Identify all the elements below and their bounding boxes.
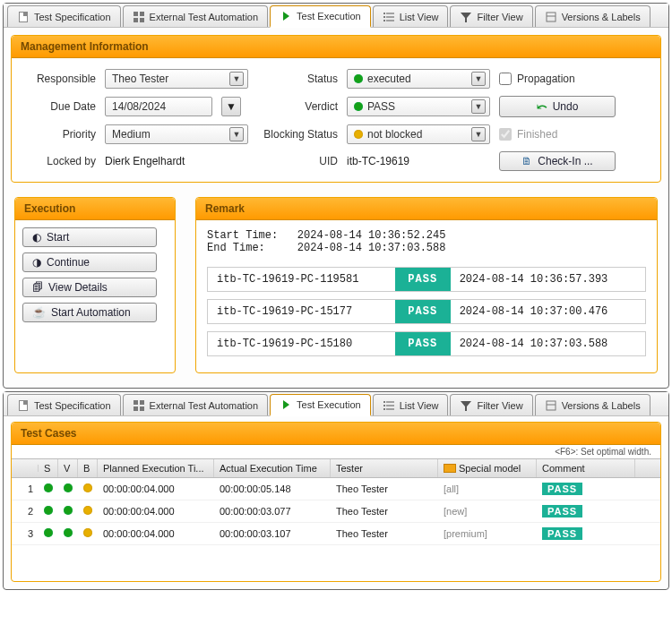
automation-icon: ☕ [32,306,46,319]
tab-external-test-automation[interactable]: External Test Automation [123,394,268,415]
col-comment[interactable]: Comment [537,459,635,477]
pass-badge: PASS [542,505,582,518]
svg-rect-2 [134,18,138,22]
label-verdict: Verdict [257,100,338,113]
col-tester[interactable]: Tester [331,459,438,477]
verdict-select[interactable]: PASS ▼ [347,97,490,116]
cell-v [58,524,78,543]
col-b[interactable]: B [78,459,98,477]
details-icon: 🗐 [32,281,43,294]
uid-value: itb-TC-19619 [347,155,490,167]
exec-remark-row: Execution ◐ Start ◑ Continue 🗐 View Deta… [4,190,668,388]
cell-b [78,501,98,521]
bottom-tabbar: Test Specification External Test Automat… [4,392,668,416]
svg-marker-10 [461,13,471,22]
svg-rect-13 [134,400,138,405]
cell-planned: 00:00:00:04.000 [98,501,214,521]
cell-planned: 00:00:00:04.000 [98,524,214,543]
cell-actual: 00:00:00:03.107 [214,524,331,543]
remark-row: itb-TC-19619-PC-15177 PASS 2024-08-14 10… [207,299,646,324]
testcases-section: Test Cases <F6>: Set optimal width. S V … [11,422,661,582]
grid-icon [133,11,145,23]
tab-label: Test Execution [297,399,361,410]
tab-test-specification[interactable]: Test Specification [7,5,121,27]
remark-entry-ts: 2024-08-14 10:37:00.476 [451,299,646,324]
chevron-down-icon: ▼ [229,127,244,141]
remark-row: itb-TC-19619-PC-15180 PASS 2024-08-14 10… [207,331,646,356]
tab-filter-view[interactable]: Filter View [450,394,532,415]
col-index[interactable] [12,465,39,472]
priority-select[interactable]: Medium ▼ [105,124,248,144]
status-dot-icon [83,506,92,515]
label-priority: Priority [24,128,96,141]
svg-point-20 [383,401,385,403]
priority-value: Medium [109,128,229,141]
cell-comment: PASS [537,500,635,522]
verdict-value: PASS [351,100,471,113]
propagation-checkbox[interactable]: Propagation [499,73,651,85]
label-responsible: Responsible [24,73,96,85]
start-icon: ◐ [32,231,41,244]
cell-b [78,524,98,543]
finished-box [499,128,512,141]
remark-entry-id: itb-TC-19619-PC-15180 [207,331,395,356]
status-dot-icon [64,483,73,492]
tab-test-execution[interactable]: Test Execution [270,5,371,28]
status-dot-icon [44,506,53,515]
tab-list-view[interactable]: List View [373,394,449,415]
col-actual[interactable]: Actual Execution Time [214,459,331,477]
cell-s [39,524,58,543]
responsible-select[interactable]: Theo Tester ▼ [105,69,248,89]
tab-external-test-automation[interactable]: External Test Automation [123,5,268,27]
remark-table: itb-TC-19619-PC-119581 PASS 2024-08-14 1… [207,260,646,364]
col-s[interactable]: S [39,459,58,477]
pass-badge: PASS [542,527,582,540]
table-row[interactable]: 1 00:00:00:04.000 00:00:00:05.148 Theo T… [12,478,660,500]
cell-v [58,501,78,521]
execution-section: Execution ◐ Start ◑ Continue 🗐 View Deta… [14,197,176,373]
svg-rect-3 [140,18,144,22]
start-button[interactable]: ◐ Start [22,227,157,247]
checkin-button[interactable]: 🗎 Check-In ... [499,151,616,171]
tab-versions-labels[interactable]: Versions & Labels [535,394,650,415]
responsible-value: Theo Tester [109,73,229,85]
pass-badge: PASS [542,483,582,495]
due-date-field[interactable]: 14/08/2024 [105,97,212,116]
table-row[interactable]: 3 00:00:00:04.000 00:00:00:03.107 Theo T… [12,523,660,545]
blocking-select[interactable]: not blocked ▼ [347,124,490,144]
col-planned[interactable]: Planned Execution Ti... [98,459,214,477]
status-select[interactable]: executed ▼ [347,69,490,89]
cell-special: [premium] [438,524,537,543]
list-icon [383,11,395,23]
optimal-width-hint: <F6>: Set optimal width. [12,445,660,458]
svg-point-22 [383,408,385,410]
tab-test-specification[interactable]: Test Specification [7,394,121,415]
continue-button[interactable]: ◑ Continue [22,252,157,272]
top-pane: Test Specification External Test Automat… [3,3,669,389]
undo-button[interactable]: ⤺ Undo [499,96,616,117]
label-due-date: Due Date [24,100,96,113]
tab-list-view[interactable]: List View [373,5,449,27]
checkin-icon: 🗎 [521,155,532,167]
execution-buttons: ◐ Start ◑ Continue 🗐 View Details ☕ Star… [15,220,175,329]
col-v[interactable]: V [58,459,78,477]
tab-test-execution[interactable]: Test Execution [270,394,371,416]
col-special[interactable]: Special model [438,459,537,477]
status-dot-icon [83,528,92,537]
start-automation-button[interactable]: ☕ Start Automation [22,303,157,322]
view-details-button[interactable]: 🗐 View Details [22,278,157,297]
tab-filter-view[interactable]: Filter View [450,5,532,27]
tab-versions-labels[interactable]: Versions & Labels [535,5,650,27]
execution-header: Execution [15,198,175,220]
cell-b [78,479,98,499]
remark-entry-badge: PASS [395,331,451,356]
due-date-picker-button[interactable]: ▼ [221,97,241,116]
tab-label: Test Specification [34,12,111,22]
propagation-box[interactable] [499,73,512,85]
table-row[interactable]: 2 00:00:00:04.000 00:00:00:03.077 Theo T… [12,500,660,523]
remark-body: Start Time: 2024-08-14 10:36:52.245 End … [196,220,657,372]
filter-icon [460,11,472,23]
row-index: 2 [12,501,39,521]
continue-icon: ◑ [32,256,41,269]
cell-planned: 00:00:00:04.000 [98,479,214,499]
